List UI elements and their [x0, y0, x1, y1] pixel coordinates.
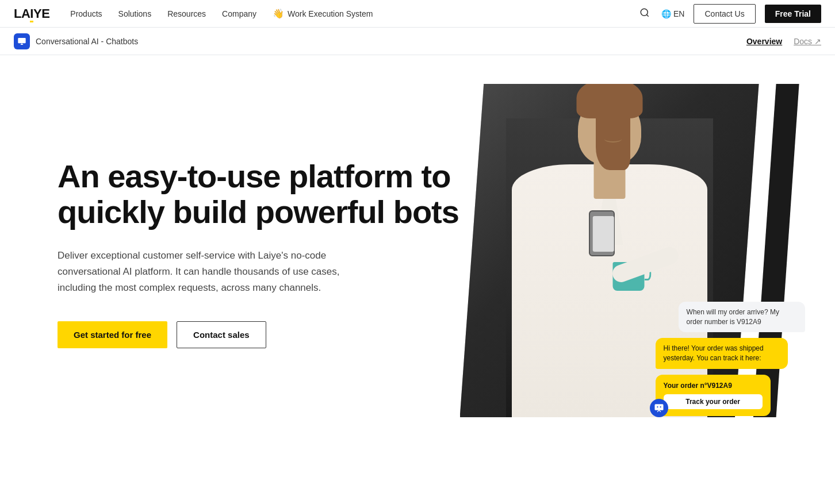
contact-sales-button[interactable]: Contact sales — [177, 321, 266, 348]
hero-right: When will my order arrive? My order numb… — [460, 84, 789, 429]
nav-right: 🌐 EN Contact Us Free Trial — [637, 4, 821, 24]
nav-links: Products Solutions Resources Company 👋 W… — [70, 8, 637, 19]
hero-left: An easy-to-use platform to quickly build… — [58, 90, 460, 348]
chat-bot-message: Hi there! Your order was shipped yesterd… — [656, 338, 788, 369]
chat-overlay: When will my order arrive? My order numb… — [656, 302, 805, 417]
wes-emoji-icon: 👋 — [273, 8, 284, 19]
breadcrumb-icon — [14, 33, 30, 49]
track-order-button[interactable]: Track your order — [664, 394, 763, 409]
chat-order-label: Your order n°V912A9 — [664, 382, 763, 390]
docs-link[interactable]: Docs ↗ — [794, 37, 821, 46]
bot-avatar — [650, 399, 668, 417]
nav-resources[interactable]: Resources — [167, 9, 206, 18]
svg-rect-1 — [18, 38, 25, 43]
wes-label: Work Execution System — [288, 9, 373, 18]
svg-point-0 — [641, 9, 648, 16]
nav-products[interactable]: Products — [70, 9, 102, 18]
nav-solutions[interactable]: Solutions — [118, 9, 152, 18]
chat-user-message: When will my order arrive? My order numb… — [679, 302, 805, 333]
breadcrumb-text: Conversational AI - Chatbots — [36, 37, 138, 46]
search-button[interactable] — [637, 5, 652, 22]
nav-company[interactable]: Company — [222, 9, 256, 18]
search-icon — [639, 7, 650, 18]
main-nav: LAIYE Products Solutions Resources Compa… — [0, 0, 835, 28]
breadcrumb-right: Overview Docs ↗ — [746, 37, 821, 46]
logo[interactable]: LAIYE — [14, 6, 49, 21]
breadcrumb-bar: Conversational AI - Chatbots Overview Do… — [0, 28, 835, 55]
overview-link[interactable]: Overview — [746, 37, 782, 46]
svg-rect-4 — [654, 404, 663, 410]
free-trial-button[interactable]: Free Trial — [765, 5, 821, 23]
hero-subtitle: Deliver exceptional customer self-servic… — [58, 248, 368, 296]
chatbot-icon — [17, 37, 26, 46]
hero-image-container: When will my order arrive? My order numb… — [460, 84, 782, 429]
nav-wes[interactable]: 👋 Work Execution System — [273, 8, 373, 19]
svg-point-5 — [657, 406, 658, 407]
bot-avatar-icon — [654, 403, 664, 413]
hero-buttons: Get started for free Contact sales — [58, 321, 460, 348]
chat-order-card: Your order n°V912A9 Track your order — [656, 375, 771, 416]
get-started-button[interactable]: Get started for free — [58, 321, 167, 348]
language-label: EN — [673, 9, 684, 18]
breadcrumb-left: Conversational AI - Chatbots — [14, 33, 138, 49]
contact-us-button[interactable]: Contact Us — [694, 4, 755, 24]
hero-title: An easy-to-use platform to quickly build… — [58, 159, 460, 229]
language-button[interactable]: 🌐 EN — [661, 9, 684, 18]
hero-section: An easy-to-use platform to quickly build… — [0, 55, 835, 503]
svg-point-6 — [660, 406, 661, 407]
globe-icon: 🌐 — [661, 9, 671, 18]
